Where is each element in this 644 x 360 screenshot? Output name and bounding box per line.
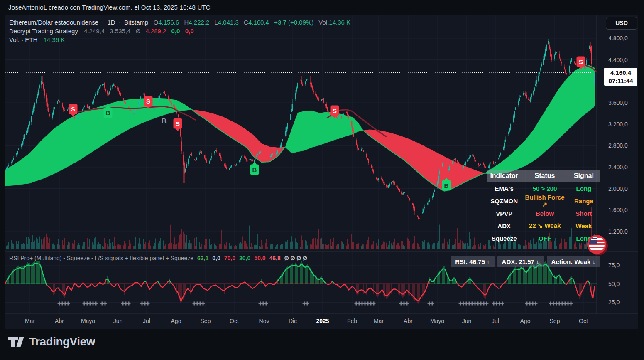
candle-body — [432, 196, 433, 198]
candle-body — [507, 136, 507, 139]
currency-button[interactable]: USD — [606, 17, 637, 30]
candle-body — [328, 112, 329, 113]
candle-body — [108, 94, 109, 95]
candle-body — [426, 205, 426, 206]
strategy-name[interactable]: Decrypt Trading Strategy — [9, 27, 78, 35]
time-tick-label: Jul — [485, 318, 505, 324]
candle-body — [378, 178, 379, 180]
high-label: H — [184, 19, 189, 26]
candle-body — [394, 182, 395, 185]
volume-study-name[interactable]: Vol. · ETH — [9, 36, 37, 43]
time-tick-label: Abr — [398, 318, 418, 324]
candle-body — [564, 67, 565, 69]
candle-body — [37, 94, 38, 98]
candle-body — [279, 148, 279, 151]
candle-body — [462, 167, 463, 168]
strategy-legend-row[interactable]: Decrypt Trading Strategy 4.249,4 3.535,4… — [9, 27, 350, 35]
ema-cloud-bearish — [192, 109, 285, 162]
candle-body — [505, 140, 506, 142]
candle-body — [38, 90, 39, 95]
candle-body — [224, 164, 225, 166]
candle-body — [274, 153, 274, 155]
candle-body — [417, 216, 418, 217]
squeeze-dot — [203, 302, 204, 306]
candle-body — [132, 111, 132, 112]
candle-body — [489, 165, 490, 168]
candle-body — [514, 111, 515, 117]
symbol-title[interactable]: Ethereum/Dólar estadounidense — [9, 19, 98, 26]
indicator-status: Bullish Force ↗ — [522, 194, 568, 208]
time-tick-label: Ago — [515, 318, 535, 324]
interval-label[interactable]: 1D — [107, 19, 115, 26]
candle-body — [588, 49, 588, 56]
candle-body — [388, 185, 389, 188]
candle-body — [228, 169, 228, 170]
candle-body — [270, 156, 271, 158]
volume-legend-row[interactable]: Vol. · ETH 14,36 K — [9, 35, 350, 44]
candle-body — [134, 111, 135, 114]
candle-body — [368, 159, 369, 163]
volume-study-value: 14,36 K — [44, 36, 65, 43]
squeeze-dot — [535, 302, 536, 306]
candle-body — [558, 54, 558, 55]
candle-body — [296, 87, 297, 91]
candle-body — [343, 114, 344, 116]
candle-body — [242, 156, 243, 156]
rsi-status-chip: RSI: 46.75 ↑ — [451, 256, 494, 267]
candle-body — [170, 101, 171, 102]
candle-body — [421, 215, 421, 218]
candle-body — [357, 145, 358, 148]
candle-body — [12, 160, 13, 162]
candle-body — [24, 134, 25, 139]
rsi-line — [332, 281, 334, 283]
candle-body — [387, 186, 388, 187]
candle-body — [256, 155, 257, 156]
candle-body — [371, 165, 372, 168]
candle-body — [245, 157, 246, 159]
squeeze-dot — [65, 302, 66, 306]
squeeze-dot — [562, 302, 563, 306]
candle-body — [467, 160, 468, 161]
attribution-text: JoseAntonioL creado con TradingView.com,… — [8, 4, 211, 11]
candle-body — [442, 163, 443, 166]
candle-body — [346, 112, 347, 113]
tradingview-footer[interactable]: TradingView — [7, 334, 95, 349]
candle-body — [163, 92, 164, 93]
chart-legend: Ethereum/Dólar estadounidense · 1D · Bit… — [9, 18, 350, 44]
rsi-study-title[interactable]: RSI Pro+ (Multilang) - Squeeze - L/S sig… — [9, 255, 193, 261]
indicator-status: OFF — [522, 235, 568, 242]
candle-body — [186, 164, 187, 168]
candle-body — [84, 106, 85, 107]
indicator-table-header: IndicatorStatusSignal — [487, 170, 600, 182]
tradingview-brand-text[interactable]: TradingView — [29, 335, 95, 348]
candle-body — [58, 100, 59, 101]
indicator-name: SQZMON — [487, 197, 522, 205]
candle-body — [135, 109, 136, 111]
candle-body — [365, 151, 365, 155]
squeeze-dot — [496, 302, 497, 306]
candle-body — [453, 160, 454, 160]
rsi-legend-value: Ø Ø Ø Ø — [284, 255, 307, 261]
candle-body — [416, 210, 416, 215]
symbol-legend-row[interactable]: Ethereum/Dólar estadounidense · 1D · Bit… — [9, 18, 350, 27]
candle-body — [27, 128, 28, 133]
time-tick-label: Oct — [224, 318, 244, 324]
candle-body — [520, 96, 521, 97]
indicator-table-header-cell: Signal — [568, 172, 600, 180]
squeeze-dot — [105, 302, 106, 306]
candle-body — [355, 137, 355, 141]
candle-body — [575, 63, 576, 65]
candle-body — [260, 151, 261, 153]
candle-body — [234, 165, 235, 165]
candle-body — [21, 144, 22, 147]
squeeze-dot — [197, 302, 198, 306]
chart-widget[interactable]: SBSBSBSBS Ethereum/Dólar estadounidense … — [5, 15, 638, 329]
candle-body — [51, 116, 51, 118]
candle-body — [351, 121, 352, 126]
candle-body — [519, 98, 520, 101]
squeeze-dot — [263, 302, 264, 306]
signal-marker-letter: S — [333, 107, 337, 114]
candle-body — [392, 181, 393, 182]
candle-body — [389, 184, 390, 187]
rsi-line — [261, 281, 262, 282]
